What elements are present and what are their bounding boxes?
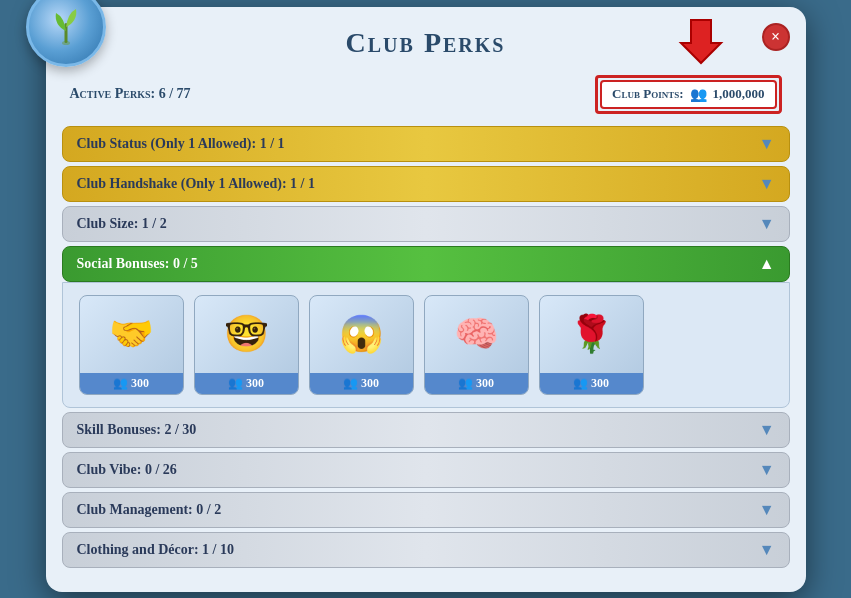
active-perks-value: 6 / 77 [159, 86, 191, 101]
perk-cost: 👥 300 [425, 373, 528, 394]
perk-row-club-vibe[interactable]: Club Vibe: 0 / 26 ▼ [62, 452, 790, 488]
modal-header: Club Perks × [46, 7, 806, 71]
people-icon-small: 👥 [343, 376, 358, 391]
perks-list: Club Status (Only 1 Allowed): 1 / 1 ▼ Cl… [46, 126, 806, 568]
brain-icon: 🧠 [425, 296, 528, 373]
club-points-value: 1,000,000 [713, 86, 765, 102]
perk-icons-row: 🤝 👥 300 🤓 👥 300 😱 👥 [79, 295, 773, 395]
perk-row-social-bonuses[interactable]: Social Bonuses: 0 / 5 ▲ [62, 246, 790, 282]
people-icon-small: 👥 [113, 376, 128, 391]
social-bonuses-expanded: 🤝 👥 300 🤓 👥 300 😱 👥 [62, 282, 790, 408]
chevron-down-icon: ▼ [759, 421, 775, 439]
stats-row: Active Perks: 6 / 77 Club Points: 👥 1,00… [46, 71, 806, 126]
perk-cost: 👥 300 [80, 373, 183, 394]
people-icon: 👥 [690, 86, 707, 103]
perk-label: Club Status (Only 1 Allowed): 1 / 1 [77, 136, 285, 152]
perk-row-club-status[interactable]: Club Status (Only 1 Allowed): 1 / 1 ▼ [62, 126, 790, 162]
rose-icon: 🌹 [540, 296, 643, 373]
chevron-down-icon: ▼ [759, 541, 775, 559]
perk-icon-handshake[interactable]: 🤝 👥 300 [79, 295, 184, 395]
arrow-indicator [676, 15, 726, 69]
scream-icon: 😱 [310, 296, 413, 373]
chevron-down-icon: ▼ [759, 501, 775, 519]
perk-label: Club Vibe: 0 / 26 [77, 462, 177, 478]
svg-marker-2 [681, 20, 721, 63]
club-perks-modal: Club Perks × Active Perks: 6 / 77 Club P… [46, 7, 806, 592]
club-points-label: Club Points: [612, 86, 683, 102]
chevron-down-icon: ▼ [759, 215, 775, 233]
perk-icon-rose[interactable]: 🌹 👥 300 [539, 295, 644, 395]
chevron-up-icon: ▲ [759, 255, 775, 273]
perk-row-club-handshake[interactable]: Club Handshake (Only 1 Allowed): 1 / 1 ▼ [62, 166, 790, 202]
chevron-down-icon: ▼ [759, 175, 775, 193]
chevron-down-icon: ▼ [759, 135, 775, 153]
club-points-box: Club Points: 👥 1,000,000 [595, 75, 781, 114]
close-button[interactable]: × [762, 23, 790, 51]
active-perks-label: Active Perks: 6 / 77 [70, 86, 191, 102]
perk-label: Skill Bonuses: 2 / 30 [77, 422, 197, 438]
perk-icon-scream[interactable]: 😱 👥 300 [309, 295, 414, 395]
perk-label: Social Bonuses: 0 / 5 [77, 256, 198, 272]
modal-title: Club Perks [346, 27, 506, 59]
perk-label: Club Management: 0 / 2 [77, 502, 222, 518]
perk-row-club-management[interactable]: Club Management: 0 / 2 ▼ [62, 492, 790, 528]
perk-row-club-size[interactable]: Club Size: 1 / 2 ▼ [62, 206, 790, 242]
people-icon-small: 👥 [228, 376, 243, 391]
club-points-badge: Club Points: 👥 1,000,000 [600, 80, 776, 109]
perk-label: Club Size: 1 / 2 [77, 216, 167, 232]
perk-label: Club Handshake (Only 1 Allowed): 1 / 1 [77, 176, 315, 192]
perk-cost: 👥 300 [310, 373, 413, 394]
chevron-down-icon: ▼ [759, 461, 775, 479]
perk-icon-nerd[interactable]: 🤓 👥 300 [194, 295, 299, 395]
perk-cost: 👥 300 [195, 373, 298, 394]
handshake-icon: 🤝 [80, 296, 183, 373]
people-icon-small: 👥 [573, 376, 588, 391]
perk-cost: 👥 300 [540, 373, 643, 394]
perk-row-clothing-decor[interactable]: Clothing and Décor: 1 / 10 ▼ [62, 532, 790, 568]
perk-row-skill-bonuses[interactable]: Skill Bonuses: 2 / 30 ▼ [62, 412, 790, 448]
perk-label: Clothing and Décor: 1 / 10 [77, 542, 235, 558]
perk-icon-brain[interactable]: 🧠 👥 300 [424, 295, 529, 395]
nerd-icon: 🤓 [195, 296, 298, 373]
people-icon-small: 👥 [458, 376, 473, 391]
